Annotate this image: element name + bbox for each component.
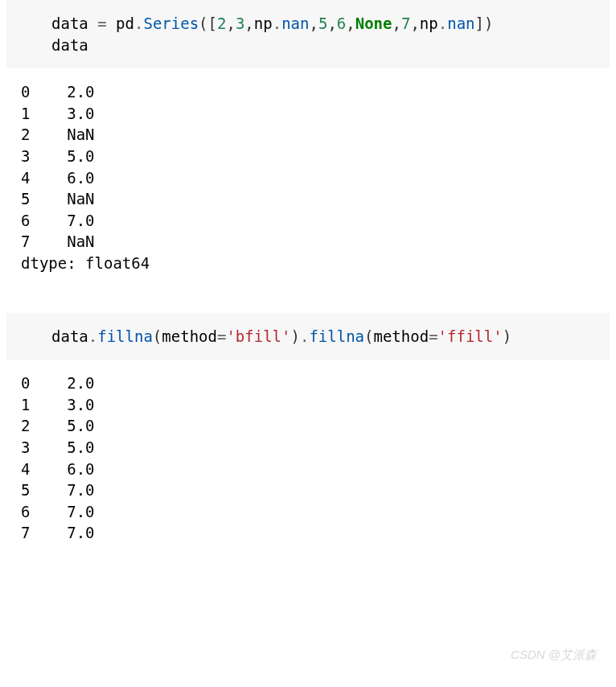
code-cell-1: data = pd.Series([2,3,np.nan,5,6,None,7,… <box>6 0 610 68</box>
code-token: fillna <box>309 327 364 345</box>
output-cell-2: 0 2.01 3.02 5.03 5.04 6.05 7.06 7.07 7.0 <box>6 366 610 550</box>
output-line: 2 5.0 <box>21 415 603 437</box>
code-token: , <box>346 14 355 32</box>
output-line: 6 7.0 <box>21 501 603 523</box>
code-token: 2 <box>217 14 226 32</box>
code-token: , <box>309 14 318 32</box>
code-token: [ <box>208 14 217 32</box>
output-line: 7 NaN <box>21 231 603 253</box>
code-token: , <box>327 14 336 32</box>
output-line: 4 6.0 <box>21 167 603 189</box>
code-token: 'ffill' <box>438 327 503 345</box>
code-token: = <box>217 327 226 345</box>
code-token: Series <box>143 14 199 32</box>
code-token: pd <box>116 14 134 32</box>
output-line: 7 7.0 <box>21 522 603 544</box>
output-line: 4 6.0 <box>21 459 603 480</box>
code-token: . <box>88 327 97 345</box>
code-token: . <box>273 14 281 32</box>
code-token: data <box>51 327 88 345</box>
code-token: , <box>410 14 419 32</box>
output-line: 5 NaN <box>21 188 603 210</box>
code-token: ) <box>290 327 299 345</box>
code-token: = <box>88 14 116 32</box>
code-token: np <box>254 14 273 32</box>
code-token: nan <box>281 14 309 32</box>
output-line: 5 7.0 <box>21 479 603 501</box>
code-token: ] <box>475 14 484 32</box>
code-token: ) <box>503 327 511 345</box>
code-token: , <box>244 14 253 32</box>
output-line: 6 7.0 <box>21 210 603 232</box>
output-line: 0 2.0 <box>21 372 603 394</box>
code-token: 'bfill' <box>226 327 290 345</box>
code-token: . <box>438 14 447 32</box>
code-token: nan <box>447 14 474 32</box>
output-line: dtype: float64 <box>21 253 603 274</box>
code-token: . <box>300 327 309 345</box>
code-cell-2: data.fillna(method='bfill').fillna(metho… <box>6 313 610 360</box>
code-token: , <box>226 14 235 32</box>
code-token: np <box>420 14 438 32</box>
code-token: = <box>429 327 437 345</box>
code-token: 3 <box>236 14 244 32</box>
output-line: 3 5.0 <box>21 146 603 167</box>
code-token: fillna <box>97 327 153 345</box>
output-line: 1 3.0 <box>21 394 603 416</box>
code-token: 5 <box>318 14 327 32</box>
code-token: method <box>162 327 217 345</box>
code-token: 7 <box>401 14 410 32</box>
output-line: 1 3.0 <box>21 103 603 125</box>
output-line: 0 2.0 <box>21 81 603 103</box>
code-token: method <box>373 327 429 345</box>
output-line: 3 5.0 <box>21 437 603 459</box>
code-token: 6 <box>337 14 346 32</box>
code-token: data <box>51 14 88 32</box>
code-token: , <box>392 14 401 32</box>
output-line: 2 NaN <box>21 124 603 146</box>
code-token: ( <box>153 327 162 345</box>
output-cell-1: 0 2.01 3.02 NaN3 5.04 6.05 NaN6 7.07 NaN… <box>6 75 610 280</box>
code-token: . <box>134 14 143 32</box>
code-token: None <box>355 14 392 32</box>
code-token: ( <box>364 327 373 345</box>
code-token: ( <box>199 14 207 32</box>
code-token: ) <box>484 14 493 32</box>
code-token: data <box>51 36 88 54</box>
